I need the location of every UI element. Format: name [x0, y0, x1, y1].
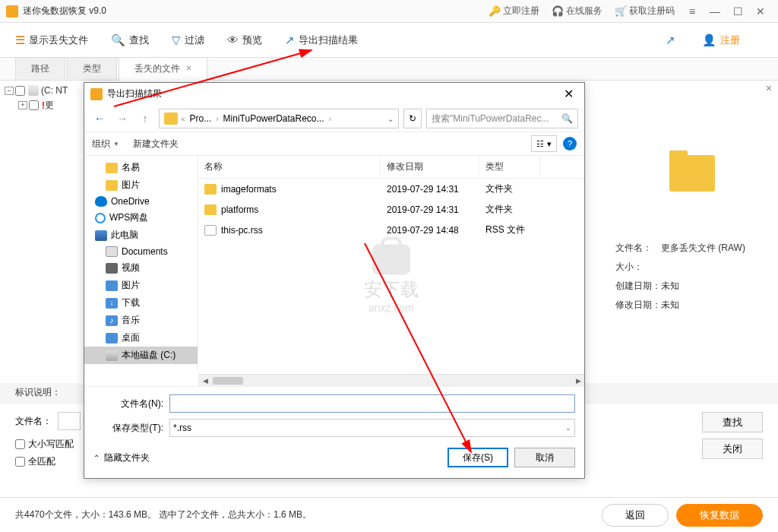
- new-folder-button[interactable]: 新建文件夹: [133, 138, 179, 150]
- nav-forward-button[interactable]: →: [113, 109, 131, 128]
- tree-item-label: WPS网盘: [109, 211, 148, 224]
- tree-item-label: Documents: [122, 246, 168, 257]
- cancel-button[interactable]: 取消: [514, 448, 575, 467]
- watermark: 安下载 anxz.com: [364, 244, 419, 314]
- file-date: 2019-07-29 14:31: [381, 201, 479, 217]
- file-row[interactable]: this-pc.rss2019-07-29 14:48RSS 文件: [198, 220, 584, 240]
- crumb-item[interactable]: MiniTuPowerDataReco...: [219, 113, 329, 124]
- online-service-link[interactable]: 🎧在线服务: [546, 5, 609, 17]
- tree-node-more[interactable]: + ! 更: [18, 99, 79, 112]
- match-case-checkbox[interactable]: [15, 439, 25, 449]
- get-code-link[interactable]: 🛒获取注册码: [609, 5, 681, 17]
- scroll-right-icon[interactable]: ▶: [572, 375, 584, 386]
- savetype-select[interactable]: *.rss ⌄: [169, 419, 575, 437]
- menu-button[interactable]: ≡: [681, 5, 704, 17]
- search-label: 查找: [129, 33, 149, 47]
- scroll-thumb[interactable]: [213, 377, 243, 385]
- crumb-item[interactable]: Pro...: [185, 113, 217, 124]
- tree-item-此电脑[interactable]: 此电脑: [84, 226, 198, 244]
- show-lost-label: 显示丢失文件: [29, 33, 88, 47]
- col-date[interactable]: 修改日期: [381, 156, 479, 178]
- maximize-button[interactable]: ☐: [726, 5, 749, 17]
- file-row[interactable]: platforms2019-07-29 14:31文件夹: [198, 199, 584, 220]
- filename-input[interactable]: [169, 394, 575, 413]
- status-bar: 共4470个文件，大小：143.6 MB。 选中了2个文件，总共大小：1.6 M…: [0, 497, 778, 532]
- tree-item-label: 视频: [122, 261, 140, 274]
- find-button[interactable]: 查找: [702, 412, 763, 432]
- file-row[interactable]: imageformats2019-07-29 14:31文件夹: [198, 179, 584, 199]
- hide-folders-toggle[interactable]: ⌃ 隐藏文件夹: [93, 451, 150, 464]
- file-icon: [204, 225, 217, 236]
- register-now-link[interactable]: 🔑立即注册: [482, 5, 546, 17]
- titlebar: 迷你兔数据恢复 v9.0 🔑立即注册 🎧在线服务 🛒获取注册码 ≡ — ☐ ✕: [0, 0, 778, 23]
- tree-item-OneDrive[interactable]: OneDrive: [84, 194, 198, 209]
- tree-item-桌面[interactable]: 桌面: [84, 329, 198, 347]
- info-close-button[interactable]: ×: [766, 82, 772, 94]
- search-icon: 🔍: [561, 113, 573, 124]
- tree-item-下载[interactable]: 下载: [84, 294, 198, 312]
- tree-item-图片[interactable]: 图片: [84, 277, 198, 294]
- crumb-dropdown-icon[interactable]: ⌄: [384, 115, 397, 123]
- scroll-left-icon[interactable]: ◀: [199, 375, 211, 386]
- filename-label: 文件名(N):: [93, 397, 169, 410]
- tree-item-本地磁盘 (C:)[interactable]: 本地磁盘 (C:): [84, 347, 198, 364]
- tree-node-root[interactable]: − (C: NT: [5, 85, 79, 96]
- register-button[interactable]: 👤注册: [702, 33, 740, 47]
- tree-item-视频[interactable]: 视频: [84, 259, 198, 277]
- file-date: 2019-07-29 14:31: [381, 181, 479, 197]
- organize-button[interactable]: 组织▼: [92, 138, 119, 150]
- funnel-icon: ▽: [172, 33, 181, 47]
- show-lost-button[interactable]: ☰显示丢失文件: [15, 33, 88, 47]
- minimize-button[interactable]: —: [704, 5, 726, 17]
- dialog-search-input[interactable]: 搜索"MiniTuPowerDataRec... 🔍: [426, 109, 578, 128]
- tree-more-label: 更: [45, 99, 54, 112]
- tab-lost[interactable]: 丢失的文件×: [119, 57, 207, 81]
- back-button[interactable]: 返回: [602, 504, 669, 527]
- save-dialog: 导出扫描结果 ✕ ← → ↑ « Pro... › MiniTuPowerDat…: [84, 82, 585, 479]
- search-button[interactable]: 🔍查找: [111, 33, 149, 47]
- filter-button[interactable]: ▽过滤: [172, 33, 204, 47]
- save-button[interactable]: 保存(S): [448, 448, 508, 467]
- tree-item-label: 图片: [122, 179, 140, 192]
- disk-icon: [106, 350, 118, 361]
- tree-item-Documents[interactable]: Documents: [84, 244, 198, 259]
- close-button[interactable]: ✕: [749, 5, 772, 17]
- close-find-button[interactable]: 关闭: [702, 439, 763, 459]
- tree-item-WPS网盘[interactable]: WPS网盘: [84, 209, 198, 226]
- dialog-titlebar: 导出扫描结果 ✕: [84, 83, 584, 106]
- breadcrumb[interactable]: « Pro... › MiniTuPowerDataReco... › ⌄: [159, 109, 399, 128]
- dialog-close-button[interactable]: ✕: [559, 87, 578, 101]
- tree-checkbox[interactable]: [15, 86, 25, 96]
- horizontal-scrollbar[interactable]: ◀ ▶: [198, 374, 584, 386]
- doc-icon: [106, 246, 118, 257]
- tab-close-icon[interactable]: ×: [186, 63, 191, 74]
- match-whole-checkbox[interactable]: [15, 457, 25, 467]
- nav-back-button[interactable]: ←: [90, 109, 109, 128]
- tab-type[interactable]: 类型: [67, 57, 117, 80]
- tab-path[interactable]: 路径: [15, 57, 65, 80]
- tree-item-label: 音乐: [122, 314, 140, 327]
- refresh-button[interactable]: ↻: [403, 109, 422, 128]
- recover-button[interactable]: 恢复数据: [676, 504, 763, 527]
- register-label: 注册: [720, 33, 740, 47]
- preview-button[interactable]: 👁预览: [227, 33, 262, 47]
- tree-item-音乐[interactable]: 音乐: [84, 312, 198, 329]
- col-name[interactable]: 名称: [198, 156, 381, 178]
- new-folder-label: 新建文件夹: [133, 138, 179, 150]
- created-value: 未知: [661, 280, 679, 293]
- expand-icon[interactable]: +: [18, 101, 27, 109]
- watermark-text: 安下载: [364, 277, 419, 302]
- tree-item-名易[interactable]: 名易: [84, 159, 198, 176]
- collapse-icon[interactable]: −: [5, 87, 14, 95]
- tree-item-图片[interactable]: 图片: [84, 176, 198, 194]
- filename-search-input[interactable]: [58, 412, 81, 430]
- col-type[interactable]: 类型: [479, 156, 540, 178]
- dialog-icon: [90, 88, 103, 100]
- nav-up-button[interactable]: ↑: [136, 109, 154, 128]
- tree-checkbox[interactable]: [29, 100, 39, 110]
- view-mode-button[interactable]: ☷ ▾: [531, 135, 557, 152]
- help-button[interactable]: ?: [563, 137, 577, 150]
- export-label: 导出扫描结果: [299, 33, 358, 47]
- share-button[interactable]: ↗: [666, 33, 679, 47]
- export-button[interactable]: ↗导出扫描结果: [285, 33, 358, 47]
